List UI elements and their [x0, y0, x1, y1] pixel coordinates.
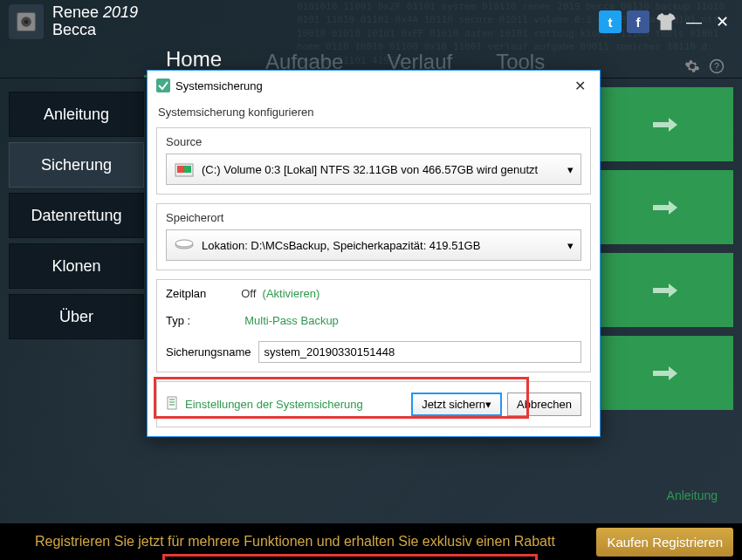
action-button-3[interactable] — [598, 253, 733, 327]
app-title: Renee 2019 Becca — [52, 4, 138, 39]
system-backup-dialog: Systemsicherung ✕ Systemsicherung konfig… — [147, 70, 601, 437]
dialog-titlebar: Systemsicherung ✕ — [148, 71, 600, 100]
tshirt-icon[interactable] — [655, 13, 677, 31]
caret-down-icon: ▾ — [567, 163, 574, 176]
safe-logo-icon — [9, 4, 44, 39]
cancel-button[interactable]: Abbrechen — [507, 393, 581, 416]
svg-rect-11 — [168, 397, 176, 409]
sidebar: Anleitung Sicherung Datenrettung Klonen … — [9, 92, 144, 345]
system-backup-settings-link[interactable]: Einstellungen der Systemsicherung — [166, 396, 363, 413]
backup-name-input[interactable] — [258, 341, 581, 363]
type-label: Typ : — [166, 314, 190, 327]
destination-value: Lokation: D:\MCsBackup, Speicherkapazitä… — [202, 239, 480, 252]
sidebar-item-sicherung[interactable]: Sicherung — [9, 142, 144, 188]
destination-label: Speicherort — [157, 204, 590, 229]
source-dropdown[interactable]: (C:) Volume 0:3 [Lokal] NTFS 32.11GB von… — [166, 154, 581, 185]
svg-rect-8 — [184, 166, 191, 173]
anleitung-link[interactable]: Anleitung — [667, 488, 726, 502]
help-icon[interactable]: ? — [709, 58, 725, 78]
action-panel — [598, 87, 733, 419]
destination-dropdown[interactable]: Lokation: D:\MCsBackup, Speicherkapazitä… — [166, 229, 581, 261]
sidebar-item-klonen[interactable]: Klonen — [9, 243, 144, 289]
destination-section: Speicherort Lokation: D:\MCsBackup, Spei… — [156, 203, 591, 270]
type-value-link[interactable]: Multi-Pass Backup — [244, 314, 339, 327]
disk-icon — [174, 235, 195, 256]
action-button-4[interactable] — [598, 336, 733, 410]
buy-register-button[interactable]: Kaufen Registrieren — [596, 528, 733, 557]
dialog-subtitle: Systemsicherung konfigurieren — [148, 100, 600, 127]
svg-point-2 — [24, 20, 29, 24]
sidebar-item-datenrettung[interactable]: Datenrettung — [9, 193, 144, 238]
backup-now-button[interactable]: Jetzt sichern▾ — [411, 393, 502, 416]
svg-point-10 — [175, 240, 193, 247]
caret-down-icon: ▾ — [567, 239, 574, 252]
action-button-1[interactable] — [598, 87, 733, 161]
facebook-icon[interactable]: f — [627, 10, 649, 33]
svg-rect-5 — [156, 79, 170, 92]
close-button[interactable]: ✕ — [711, 10, 733, 33]
windows-drive-icon — [174, 159, 195, 180]
titlebar: Renee 2019 Becca t f — ✕ — [0, 0, 742, 44]
action-button-2[interactable] — [598, 170, 733, 244]
backup-name-label: Sicherungsname — [166, 345, 251, 359]
sidebar-item-ueber[interactable]: Über — [9, 294, 144, 339]
gear-icon[interactable] — [684, 58, 700, 78]
sidebar-item-anleitung[interactable]: Anleitung — [9, 92, 144, 137]
settings-doc-icon — [166, 396, 180, 413]
promo-bar: Registrieren Sie jetzt für mehrere Funkt… — [0, 523, 742, 560]
schedule-type-section: Zeitplan Off (Aktivieren) Typ : Multi-Pa… — [156, 279, 591, 372]
source-section: Source (C:) Volume 0:3 [Lokal] NTFS 32.1… — [156, 127, 591, 195]
schedule-label: Zeitplan — [166, 287, 206, 300]
minimize-button[interactable]: — — [683, 10, 705, 33]
source-label: Source — [157, 128, 590, 154]
dialog-close-button[interactable]: ✕ — [569, 78, 591, 94]
dialog-title: Systemsicherung — [175, 79, 263, 92]
schedule-activate-link[interactable]: (Aktivieren) — [263, 287, 320, 300]
source-value: (C:) Volume 0:3 [Lokal] NTFS 32.11GB von… — [202, 163, 538, 176]
promo-text: Registrieren Sie jetzt für mehrere Funkt… — [35, 534, 555, 550]
dialog-footer: Einstellungen der Systemsicherung Jetzt … — [156, 381, 591, 427]
schedule-off: Off — [241, 287, 256, 300]
dialog-icon — [156, 79, 170, 92]
svg-rect-7 — [177, 166, 184, 173]
twitter-icon[interactable]: t — [599, 10, 622, 33]
svg-text:?: ? — [714, 61, 719, 72]
